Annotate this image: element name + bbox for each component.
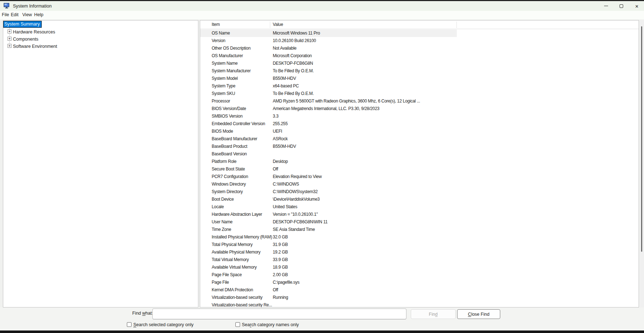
column-separator[interactable] bbox=[456, 22, 457, 28]
menu-help[interactable]: Help bbox=[34, 12, 43, 17]
row-item-value: American Megatrends International, LLC. … bbox=[273, 105, 456, 113]
row-item-value: Off bbox=[273, 286, 456, 294]
row-item-label: BIOS Version/Date bbox=[212, 105, 272, 113]
table-row[interactable]: Total Physical Memory 31.9 GB bbox=[200, 241, 457, 248]
table-row[interactable]: Time Zone SE Asia Standard Time bbox=[200, 226, 457, 233]
table-row[interactable]: SMBIOS Version 3.3 bbox=[200, 113, 457, 120]
row-item-label: BaseBoard Product bbox=[212, 143, 272, 150]
row-item-value: 255.255 bbox=[273, 120, 456, 128]
menubar: File Edit View Help bbox=[0, 11, 644, 19]
row-item-value: B550M-HDV bbox=[273, 143, 456, 150]
row-item-value: 19.2 GB bbox=[273, 248, 456, 256]
table-row[interactable]: User Name DESKTOP-FCB6G8N\WIN 11 bbox=[200, 218, 457, 226]
table-row[interactable]: Processor AMD Ryzen 5 5600GT with Radeon… bbox=[200, 97, 457, 105]
row-item-value: To Be Filled By O.E.M. bbox=[273, 67, 456, 75]
table-row[interactable]: Page File Space 2.00 GB bbox=[200, 271, 457, 279]
row-item-label: OS Manufacturer bbox=[212, 52, 272, 60]
row-item-value: Off bbox=[273, 165, 456, 173]
table-row[interactable]: Version 10.0.26100 Build 26100 bbox=[200, 37, 457, 45]
row-item-label: Windows Directory bbox=[212, 181, 272, 188]
search-category-names-checkbox[interactable] bbox=[235, 322, 240, 327]
row-item-label: Total Virtual Memory bbox=[212, 256, 272, 264]
table-row[interactable]: System SKU To Be Filled By O.E.M. bbox=[200, 90, 457, 97]
find-button[interactable]: Find bbox=[411, 309, 456, 319]
row-item-label: System Model bbox=[212, 75, 272, 82]
table-row[interactable]: Windows Directory C:\WINDOWS bbox=[200, 181, 457, 188]
table-row[interactable]: Platform Role Desktop bbox=[200, 158, 457, 165]
table-row[interactable]: PCR7 Configuration Elevation Required to… bbox=[200, 173, 457, 181]
vertical-scrollbar[interactable] bbox=[640, 20, 644, 307]
row-item-value: B550M-HDV bbox=[273, 75, 456, 82]
table-row[interactable]: OS Name Microsoft Windows 11 Pro bbox=[200, 29, 457, 37]
row-item-value: Not Available bbox=[273, 45, 456, 52]
row-item-label: System Directory bbox=[212, 188, 272, 196]
maximize-button[interactable] bbox=[613, 1, 629, 11]
menu-edit[interactable]: Edit bbox=[11, 12, 19, 17]
app-monitor-icon bbox=[4, 3, 10, 9]
row-item-value: Running bbox=[273, 294, 456, 301]
close-find-button[interactable]: Close Find bbox=[457, 309, 500, 319]
expand-plus-icon[interactable] bbox=[8, 44, 12, 48]
tree-item-hardware-resources[interactable]: Hardware Resources bbox=[3, 28, 198, 36]
close-button[interactable] bbox=[629, 1, 644, 11]
row-item-label: Processor bbox=[212, 97, 272, 105]
system-information-window: System Information File Edit View Help S… bbox=[0, 0, 644, 333]
row-item-label: OS Name bbox=[212, 29, 272, 37]
table-row[interactable]: OS Manufacturer Microsoft Corporation bbox=[200, 52, 457, 60]
row-item-value: AMD Ryzen 5 5600GT with Radeon Graphics,… bbox=[273, 97, 456, 105]
menu-view[interactable]: View bbox=[22, 12, 32, 17]
search-selected-category-checkbox[interactable] bbox=[127, 322, 132, 327]
search-selected-category-label[interactable]: Search selected category only bbox=[133, 322, 193, 327]
table-row[interactable]: Page File C:\pagefile.sys bbox=[200, 279, 457, 286]
row-item-label: System Manufacturer bbox=[212, 67, 272, 75]
table-row[interactable]: Installed Physical Memory (RAM) 32.0 GB bbox=[200, 233, 457, 241]
category-tree-pane: System Summary Hardware Resources Compon… bbox=[3, 20, 198, 307]
row-item-label: BIOS Mode bbox=[212, 128, 272, 135]
table-row[interactable]: Other OS Description Not Available bbox=[200, 45, 457, 52]
row-item-label: Virtualization-based security Re... bbox=[212, 301, 272, 307]
menu-file[interactable]: File bbox=[2, 12, 9, 17]
table-row[interactable]: Secure Boot State Off bbox=[200, 165, 457, 173]
table-row[interactable]: System Name DESKTOP-FCB6G8N bbox=[200, 60, 457, 67]
table-row[interactable]: Locale United States bbox=[200, 203, 457, 211]
column-separator[interactable] bbox=[270, 22, 270, 28]
table-row[interactable]: Virtualization-based security Running bbox=[200, 294, 457, 301]
minimize-button[interactable] bbox=[598, 1, 614, 11]
row-item-value: UEFI bbox=[273, 128, 456, 135]
table-row[interactable]: BIOS Version/Date American Megatrends In… bbox=[200, 105, 457, 113]
search-category-names-label[interactable]: Search category names only bbox=[242, 322, 299, 327]
expand-plus-icon[interactable] bbox=[8, 29, 12, 33]
table-row[interactable]: System Type x64-based PC bbox=[200, 82, 457, 90]
table-row[interactable]: Embedded Controller Version 255.255 bbox=[200, 120, 457, 128]
table-row[interactable]: Available Virtual Memory 18.9 GB bbox=[200, 264, 457, 271]
table-row[interactable]: Virtualization-based security Re... bbox=[200, 301, 457, 307]
row-item-label: User Name bbox=[212, 218, 272, 226]
table-row[interactable]: Kernel DMA Protection Off bbox=[200, 286, 457, 294]
column-header-value[interactable]: Value bbox=[273, 22, 283, 27]
expand-plus-icon[interactable] bbox=[8, 37, 12, 41]
table-row[interactable]: BaseBoard Manufacturer ASRock bbox=[200, 135, 457, 143]
table-row[interactable]: BaseBoard Product B550M-HDV bbox=[200, 143, 457, 150]
scrollbar-thumb[interactable] bbox=[641, 26, 642, 252]
tree-item-software-environment[interactable]: Software Environment bbox=[3, 43, 198, 50]
table-row[interactable]: Hardware Abstraction Layer Version = "10… bbox=[200, 211, 457, 218]
table-row[interactable]: System Directory C:\WINDOWS\system32 bbox=[200, 188, 457, 196]
table-row[interactable]: BIOS Mode UEFI bbox=[200, 128, 457, 135]
row-item-label: Boot Device bbox=[212, 196, 272, 203]
tree-item-components[interactable]: Components bbox=[3, 36, 198, 43]
row-item-value: DESKTOP-FCB6G8N\WIN 11 bbox=[273, 218, 456, 226]
table-row[interactable]: System Model B550M-HDV bbox=[200, 75, 457, 82]
row-item-value bbox=[273, 150, 456, 158]
table-row[interactable]: System Manufacturer To Be Filled By O.E.… bbox=[200, 67, 457, 75]
column-header-item[interactable]: Item bbox=[212, 22, 220, 27]
table-row[interactable]: BaseBoard Version bbox=[200, 150, 457, 158]
row-item-label: Virtualization-based security bbox=[212, 294, 272, 301]
table-row[interactable]: Boot Device \Device\HarddiskVolume3 bbox=[200, 196, 457, 203]
row-item-value: To Be Filled By O.E.M. bbox=[273, 90, 456, 97]
find-input[interactable] bbox=[152, 309, 406, 319]
table-row[interactable]: Available Physical Memory 19.2 GB bbox=[200, 248, 457, 256]
table-row[interactable]: Total Virtual Memory 33.9 GB bbox=[200, 256, 457, 264]
row-item-value: 18.9 GB bbox=[273, 264, 456, 271]
tree-item-system-summary[interactable]: System Summary bbox=[3, 21, 42, 28]
row-item-label: System SKU bbox=[212, 90, 272, 97]
